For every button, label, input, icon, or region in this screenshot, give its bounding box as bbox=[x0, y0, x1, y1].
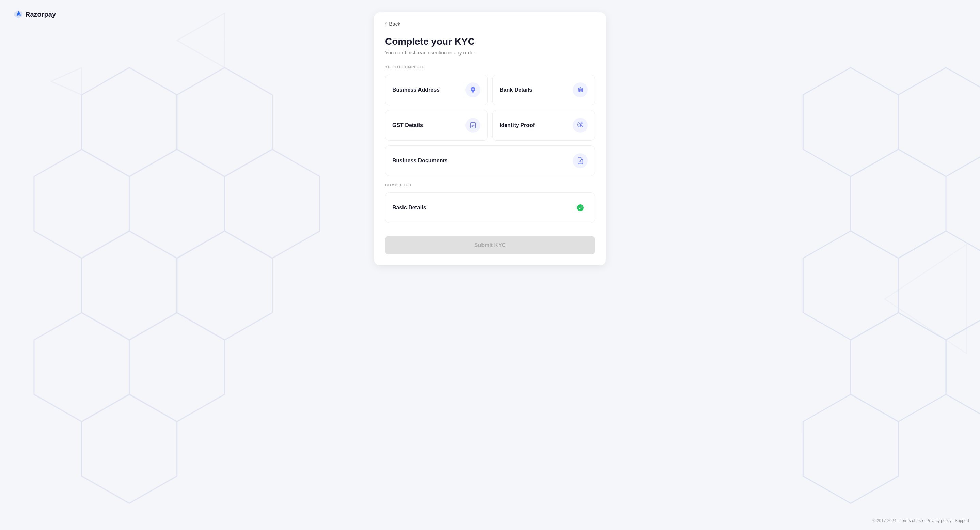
privacy-link[interactable]: Privacy policy bbox=[926, 519, 951, 523]
kyc-items-row-2: GST Details Identity Proof bbox=[385, 110, 595, 141]
back-button[interactable]: ‹ Back bbox=[374, 12, 411, 27]
support-link[interactable]: Support bbox=[955, 519, 969, 523]
svg-point-29 bbox=[577, 204, 584, 211]
completed-section: COMPLETED Basic Details bbox=[374, 183, 606, 223]
kyc-item-identity-proof[interactable]: Identity Proof bbox=[492, 110, 595, 141]
back-chevron-icon: ‹ bbox=[385, 21, 387, 27]
copyright: © 2017-2024 · bbox=[873, 519, 899, 523]
yet-to-complete-label: YET TO COMPLETE bbox=[385, 65, 595, 69]
back-label: Back bbox=[389, 21, 400, 27]
bank-details-icon bbox=[573, 83, 588, 97]
page-subtitle: You can finish each section in any order bbox=[385, 50, 595, 56]
submit-kyc-button[interactable]: Submit KYC bbox=[385, 236, 595, 255]
terms-link[interactable]: Terms of use bbox=[900, 519, 923, 523]
kyc-item-business-documents[interactable]: Business Documents bbox=[385, 145, 595, 176]
kyc-items-row-1: Business Address Bank Details bbox=[385, 75, 595, 105]
kyc-item-business-address[interactable]: Business Address bbox=[385, 75, 488, 105]
logo-text: Razorpay bbox=[25, 11, 56, 18]
kyc-card: ‹ Back Complete your KYC You can finish … bbox=[374, 12, 606, 265]
identity-proof-label: Identity Proof bbox=[500, 122, 535, 129]
completed-items: Basic Details bbox=[385, 193, 595, 223]
identity-proof-icon bbox=[573, 118, 588, 133]
svg-point-27 bbox=[580, 124, 581, 125]
business-address-icon bbox=[466, 83, 480, 97]
basic-details-icon bbox=[573, 200, 588, 215]
completed-label: COMPLETED bbox=[385, 183, 595, 187]
gst-details-icon bbox=[466, 118, 480, 133]
footer: © 2017-2024 · Terms of use · Privacy pol… bbox=[873, 519, 969, 523]
logo: Razorpay bbox=[14, 10, 56, 19]
bank-details-label: Bank Details bbox=[500, 87, 532, 93]
business-address-label: Business Address bbox=[392, 87, 440, 93]
basic-details-label: Basic Details bbox=[392, 205, 426, 211]
business-documents-icon bbox=[573, 153, 588, 168]
yet-to-complete-section: YET TO COMPLETE Business Address Bank De… bbox=[374, 65, 606, 176]
main-container: ‹ Back Complete your KYC You can finish … bbox=[0, 0, 980, 530]
card-header: Complete your KYC You can finish each se… bbox=[374, 27, 606, 62]
gst-details-label: GST Details bbox=[392, 122, 423, 129]
kyc-items-row-3: Business Documents bbox=[385, 145, 595, 176]
kyc-item-gst-details[interactable]: GST Details bbox=[385, 110, 488, 141]
kyc-item-basic-details[interactable]: Basic Details bbox=[385, 193, 595, 223]
page-title: Complete your KYC bbox=[385, 36, 595, 47]
submit-section: Submit KYC bbox=[374, 228, 606, 255]
business-documents-label: Business Documents bbox=[392, 158, 448, 164]
kyc-item-bank-details[interactable]: Bank Details bbox=[492, 75, 595, 105]
